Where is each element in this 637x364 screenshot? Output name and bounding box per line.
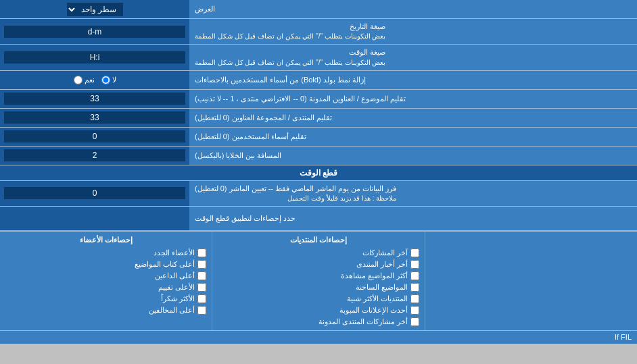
bold-yes-label[interactable]: نعم xyxy=(74,76,95,84)
display-mode-container: سطر واحد سطرين ثلاثة أسطر xyxy=(0,0,189,18)
post-stats-header: إحصاءات المنتديات xyxy=(218,234,419,247)
users-setting-input-container xyxy=(0,128,189,146)
member-stat-item-1: أعلى كتاب المواضيع xyxy=(5,259,206,270)
forum-setting-text: تقليم المنتدى / المجموعة العناوين (0 للت… xyxy=(195,113,332,123)
post-stat-item-1: أخر أخبار المنتدى xyxy=(218,259,419,270)
time-format-label: صيغة الوقت بعض التكوينات يتطلب "/" التي … xyxy=(189,45,637,70)
cutoff-setting-input-container xyxy=(0,181,189,206)
cutoff-setting-input[interactable] xyxy=(4,187,185,199)
bold-no-label[interactable]: لا xyxy=(101,76,116,84)
member-stat-check-3[interactable] xyxy=(197,283,206,292)
date-format-label: صيغة التاريخ بعض التكوينات يتطلب "/" الت… xyxy=(189,19,637,44)
post-stat-check-1[interactable] xyxy=(410,260,419,269)
page-title-label: العرض xyxy=(189,0,637,18)
forum-setting-input-container xyxy=(0,109,189,127)
post-stats-header-text: إحصاءات المنتديات xyxy=(290,236,347,244)
post-stat-item-3: المواضيع الساخنة xyxy=(218,282,419,293)
member-stat-item-5: أعلى المخالفين xyxy=(5,305,206,316)
time-format-note: بعض التكوينات يتطلب "/" التي يمكن ان تضا… xyxy=(195,58,385,68)
post-stats-column: إحصاءات المنتديات آخر المشاركات أخر أخبا… xyxy=(212,232,424,330)
member-stat-check-1[interactable] xyxy=(197,260,206,269)
post-stat-check-0[interactable] xyxy=(410,249,419,257)
post-stat-label-4: المنتديات الأكثر شبية xyxy=(347,294,408,303)
member-stat-label-3: الأعلى تقييم xyxy=(158,283,195,292)
post-stat-check-2[interactable] xyxy=(410,271,419,280)
member-stats-header: إحصاءات الأعضاء xyxy=(5,234,206,247)
date-format-note: بعض التكوينات يتطلب "/" التي يمكن ان تضا… xyxy=(195,32,385,41)
time-cutoff-section-header: قطع الوقت xyxy=(0,165,637,181)
bold-no-text: لا xyxy=(112,76,116,84)
date-format-title: صيغة التاريخ xyxy=(195,22,385,32)
topics-setting-label: تقليم الموضوع / العناوين المدونة (0 -- ا… xyxy=(189,90,637,108)
member-stat-item-3: الأعلى تقييم xyxy=(5,282,206,293)
users-setting-label: تقليم أسماء المستخدمين (0 للتعطيل) xyxy=(189,128,637,146)
post-stat-check-6[interactable] xyxy=(410,317,419,326)
topics-setting-text: تقليم الموضوع / العناوين المدونة (0 -- ا… xyxy=(195,94,406,104)
distance-setting-input-container xyxy=(0,147,189,165)
post-stat-item-6: أخر مشاركات المنتدى المدونة xyxy=(218,316,419,328)
post-stat-label-5: أحدث الإعلانات المبوبة xyxy=(339,306,408,315)
post-stat-label-1: أخر أخبار المنتدى xyxy=(356,260,408,269)
page-title-text: العرض xyxy=(195,4,215,14)
member-stat-check-4[interactable] xyxy=(197,294,206,303)
time-format-title: صيغة الوقت xyxy=(195,47,385,57)
cutoff-setting-title: فرز البيانات من يوم الماشر الماضي فقط --… xyxy=(195,184,396,194)
date-format-input-container xyxy=(0,19,189,44)
stats-limit-text: حدد إحصاءات لتطبيق قطع الوقت xyxy=(195,213,296,224)
member-stat-label-1: أعلى كتاب المواضيع xyxy=(135,260,195,269)
member-stats-header-text: إحصاءات الأعضاء xyxy=(80,236,133,244)
post-stat-check-3[interactable] xyxy=(410,283,419,292)
member-stat-label-5: أعلى المخالفين xyxy=(149,306,195,315)
post-stat-label-6: أخر مشاركات المنتدى المدونة xyxy=(318,317,408,326)
distance-setting-text: المسافة بين الخلايا (بالبكسل) xyxy=(195,151,282,161)
time-format-input[interactable] xyxy=(4,51,185,63)
date-format-input[interactable] xyxy=(4,26,185,38)
bold-yes-text: نعم xyxy=(85,76,95,84)
post-stat-check-4[interactable] xyxy=(410,294,419,303)
if-fil-row: If FIL xyxy=(0,330,637,344)
topics-setting-input[interactable] xyxy=(4,93,185,105)
member-stat-label-0: الأعضاء الجدد xyxy=(154,249,195,257)
bold-radio-group: نعم لا xyxy=(74,76,116,84)
member-stat-label-4: الأكثر شكراً xyxy=(161,294,195,303)
member-stats-column: إحصاءات الأعضاء الأعضاء الجدد أعلى كتاب … xyxy=(0,232,212,330)
bottom-right-area xyxy=(425,232,637,330)
stats-limit-input-container xyxy=(0,207,189,230)
if-fil-text: If FIL xyxy=(615,333,632,341)
post-stat-item-0: آخر المشاركات xyxy=(218,247,419,259)
bold-no-radio[interactable] xyxy=(101,76,110,84)
display-mode-select[interactable]: سطر واحد سطرين ثلاثة أسطر xyxy=(67,3,123,16)
post-stat-item-4: المنتديات الأكثر شبية xyxy=(218,293,419,305)
member-stat-item-0: الأعضاء الجدد xyxy=(5,247,206,259)
bold-setting-label: إزالة نمط بولد (Bold) من أسماء المستخدمي… xyxy=(189,71,637,89)
topics-setting-input-container xyxy=(0,90,189,108)
distance-setting-input[interactable] xyxy=(4,149,185,161)
member-stat-check-5[interactable] xyxy=(197,306,206,315)
post-stat-label-2: أكثر المواضيع مشاهدة xyxy=(341,271,408,280)
time-cutoff-section-text: قطع الوقت xyxy=(300,168,337,178)
cutoff-setting-note: ملاحظة : هذا قد يزيد قليلاً وقت التحميل xyxy=(195,194,396,203)
cutoff-setting-label: فرز البيانات من يوم الماشر الماضي فقط --… xyxy=(189,181,637,206)
member-stat-item-2: أعلى الداعين xyxy=(5,270,206,282)
bold-setting-input-container: نعم لا xyxy=(0,71,189,89)
users-setting-text: تقليم أسماء المستخدمين (0 للتعطيل) xyxy=(195,132,306,142)
distance-setting-label: المسافة بين الخلايا (بالبكسل) xyxy=(189,147,637,165)
member-stat-label-2: أعلى الداعين xyxy=(155,271,195,280)
post-stat-item-2: أكثر المواضيع مشاهدة xyxy=(218,270,419,282)
member-stat-check-0[interactable] xyxy=(197,249,206,257)
users-setting-input[interactable] xyxy=(4,130,185,142)
post-stat-item-5: أحدث الإعلانات المبوبة xyxy=(218,305,419,316)
stats-limit-label: حدد إحصاءات لتطبيق قطع الوقت xyxy=(189,207,637,230)
time-format-input-container xyxy=(0,45,189,70)
member-stat-item-4: الأكثر شكراً xyxy=(5,293,206,305)
post-stat-label-0: آخر المشاركات xyxy=(362,249,408,257)
post-stat-label-3: المواضيع الساخنة xyxy=(356,283,408,292)
bold-yes-radio[interactable] xyxy=(74,76,82,84)
forum-setting-label: تقليم المنتدى / المجموعة العناوين (0 للت… xyxy=(189,109,637,127)
member-stat-check-2[interactable] xyxy=(197,271,206,280)
post-stat-check-5[interactable] xyxy=(410,306,419,315)
forum-setting-input[interactable] xyxy=(4,111,185,124)
bold-setting-text: إزالة نمط بولد (Bold) من أسماء المستخدمي… xyxy=(195,75,366,85)
